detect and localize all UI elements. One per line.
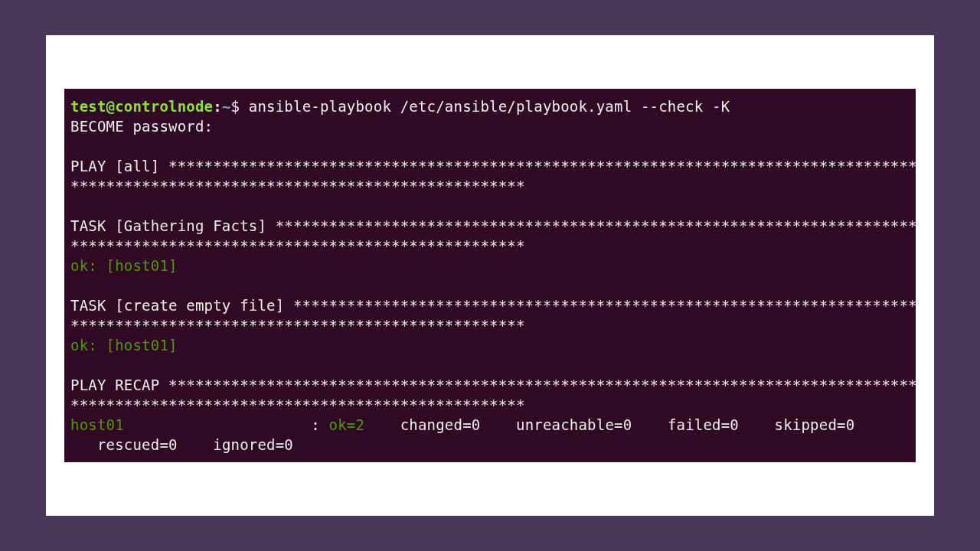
task-create-file-line1: TASK [create empty file] ***************…	[70, 297, 916, 314]
recap-pad4	[632, 416, 668, 433]
play-header-line2: ****************************************…	[70, 178, 525, 194]
task-create-file-result: ok: [host01]	[70, 337, 178, 354]
play-header-line1: PLAY [all] *****************************…	[70, 158, 916, 174]
recap-ignored: ignored=0	[213, 436, 293, 453]
recap-pad5	[739, 416, 775, 433]
recap-ok: ok=2	[329, 416, 365, 433]
recap-pad2	[364, 416, 400, 433]
recap-host: host01	[70, 416, 124, 433]
become-password-line: BECOME password:	[70, 118, 213, 135]
recap-pad1: :	[124, 416, 329, 433]
play-recap-line2: ****************************************…	[70, 396, 525, 413]
play-recap-line1: PLAY RECAP *****************************…	[70, 377, 916, 393]
task-gathering-facts-result: ok: [host01]	[70, 257, 178, 274]
prompt-at: @	[106, 98, 116, 115]
recap-skipped: skipped=0	[775, 416, 855, 433]
command-text: ansible-playbook /etc/ansible/playbook.y…	[249, 98, 730, 115]
task-gathering-facts-line2: ****************************************…	[70, 237, 525, 254]
document-card: test@controlnode:~$ ansible-playbook /et…	[46, 35, 934, 516]
prompt-user: test	[70, 98, 106, 115]
recap-rescued: rescued=0	[97, 436, 178, 453]
prompt-path: ~	[222, 98, 231, 115]
prompt-sigil: $	[231, 98, 249, 115]
recap-pad3	[480, 416, 516, 433]
recap-changed: changed=0	[400, 416, 481, 433]
terminal-output: test@controlnode:~$ ansible-playbook /et…	[64, 89, 916, 462]
prompt-host: controlnode	[115, 98, 213, 115]
recap-pad6	[178, 436, 214, 453]
prompt-colon: :	[213, 98, 222, 115]
task-create-file-line2: ****************************************…	[70, 317, 525, 334]
recap-line2-indent	[70, 436, 97, 453]
recap-unreachable: unreachable=0	[516, 416, 632, 433]
recap-failed: failed=0	[668, 416, 739, 433]
task-gathering-facts-line1: TASK [Gathering Facts] *****************…	[70, 217, 916, 234]
